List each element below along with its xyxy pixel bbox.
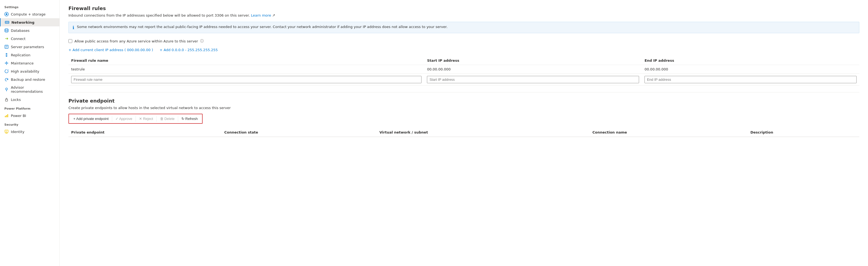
sidebar-label-networking: Networking [11,20,34,25]
sidebar-label-locks: Locks [11,98,21,102]
learn-more-link[interactable]: Learn more [251,13,271,18]
info-icon: ℹ [72,25,74,30]
sidebar-label-compute-storage: Compute + storage [11,12,45,16]
sidebar-label-databases: Databases [11,29,30,33]
sidebar-label-power-bi: Power BI [11,114,26,118]
locks-icon [4,97,9,102]
maintenance-icon [4,61,9,65]
allow-public-access-checkbox[interactable] [68,39,72,43]
help-icon[interactable]: ⓘ [200,38,204,44]
col-header-virtual-network: Virtual network / subnet [377,128,590,137]
end-ip-cell: 00.00.00.000 [642,65,859,74]
private-endpoint-description: Create private endpoints to allow hosts … [68,106,859,110]
svg-point-12 [6,88,8,90]
col-header-connection-state: Connection state [222,128,377,137]
identity-icon [4,130,9,134]
sidebar-item-connect[interactable]: Connect [0,34,60,43]
backup-icon [4,77,9,82]
svg-rect-14 [5,116,6,117]
sidebar-label-advisor-recommendations: Advisor recommendations [11,85,55,94]
new-firewall-row [68,74,859,86]
add-links-row: + Add current client IP address ( 000.00… [68,48,859,52]
compute-icon [4,12,9,16]
firewall-rules-section: Firewall rules Inbound connections from … [68,5,859,86]
sidebar-item-databases[interactable]: Databases [0,26,60,34]
new-start-ip-input[interactable] [427,76,639,83]
high-availability-icon [4,69,9,74]
databases-icon [4,28,9,33]
sidebar-item-identity[interactable]: Identity [0,128,60,136]
sidebar-section-header-settings: Settings [0,2,60,10]
advisor-icon [4,87,9,92]
connect-icon [4,36,9,41]
table-row: testrule 00.00.00.000 00.00.00.000 [68,65,859,74]
sidebar-section-header-power-platform: Power Platform [0,104,60,111]
sidebar-item-high-availability[interactable]: High availability [0,67,60,75]
new-rule-name-input[interactable] [71,76,422,83]
approve-button[interactable]: ✓ Approve [113,115,135,122]
add-client-ip-link[interactable]: + Add current client IP address ( 000.00… [68,48,153,52]
sidebar-item-compute-storage[interactable]: Compute + storage [0,10,60,18]
networking-icon [5,20,9,25]
svg-point-11 [6,62,7,64]
firewall-table: Firewall rule name Start IP address End … [68,56,859,86]
sidebar-item-maintenance[interactable]: Maintenance [0,59,60,67]
add-private-endpoint-button[interactable]: + Add private endpoint [71,115,111,122]
private-endpoint-section: Private endpoint Create private endpoint… [68,98,859,137]
firewall-rules-description: Inbound connections from the IP addresse… [68,13,859,18]
col-header-start-ip: Start IP address [424,56,642,65]
sidebar-label-server-parameters: Server parameters [11,45,44,49]
section-divider [68,92,859,92]
refresh-button[interactable]: ↻ Refresh [179,115,200,122]
delete-button[interactable]: 🗑 Delete [157,115,177,122]
reject-button[interactable]: ✕ Reject [136,115,156,122]
sidebar-section-security: Security Identity [0,120,60,136]
col-header-end-ip: End IP address [642,56,859,65]
toolbar-separator-3 [156,116,157,122]
svg-point-6 [5,29,8,30]
sidebar-item-replication[interactable]: Replication [0,51,60,59]
add-all-link[interactable]: + Add 0.0.0.0 - 255.255.255.255 [159,48,218,52]
allow-public-access-row: Allow public access from any Azure servi… [68,38,859,44]
svg-rect-13 [5,99,8,101]
start-ip-cell: 00.00.00.000 [424,65,642,74]
sidebar-section-header-security: Security [0,120,60,128]
sidebar-label-backup-restore: Backup and restore [11,78,45,82]
sidebar-label-high-availability: High availability [11,69,39,74]
col-header-private-endpoint: Private endpoint [68,128,222,137]
svg-rect-15 [6,115,7,117]
sidebar-item-power-bi[interactable]: Power BI [0,111,60,120]
sidebar-item-networking[interactable]: Networking [0,18,60,26]
private-endpoint-title: Private endpoint [68,98,859,104]
allow-public-access-label: Allow public access from any Azure servi… [74,39,198,43]
sidebar-section-settings: Settings Compute + storage Networking Da… [0,2,60,104]
toolbar-separator-4 [178,116,178,122]
sidebar-label-connect: Connect [11,37,26,41]
info-banner-text: Some network environments may not report… [77,25,447,29]
server-parameters-icon [4,45,9,49]
sidebar-label-replication: Replication [11,53,30,57]
power-bi-icon [4,113,9,118]
replication-icon [4,53,9,57]
col-header-rule-name: Firewall rule name [68,56,424,65]
private-endpoint-toolbar: + Add private endpoint ✓ Approve ✕ Rejec… [68,114,203,124]
toolbar-separator-1 [112,116,112,122]
main-content: Firewall rules Inbound connections from … [60,0,868,266]
col-header-connection-name: Connection name [590,128,748,137]
sidebar-item-backup-restore[interactable]: Backup and restore [0,75,60,83]
info-banner: ℹ Some network environments may not repo… [68,22,859,33]
sidebar-section-power-platform: Power Platform Power BI [0,104,60,120]
private-endpoint-table: Private endpoint Connection state Virtua… [68,128,859,137]
sidebar-item-locks[interactable]: Locks [0,96,60,104]
sidebar-label-maintenance: Maintenance [11,61,34,65]
svg-point-1 [6,13,7,15]
toolbar-separator-2 [135,116,136,122]
rule-name-cell: testrule [68,65,424,74]
sidebar-item-advisor-recommendations[interactable]: Advisor recommendations [0,83,60,96]
sidebar-item-server-parameters[interactable]: Server parameters [0,43,60,51]
svg-rect-16 [7,114,8,117]
sidebar-label-identity: Identity [11,130,25,134]
firewall-rules-title: Firewall rules [68,5,859,11]
new-end-ip-input[interactable] [645,76,857,83]
sidebar: Settings Compute + storage Networking Da… [0,0,60,266]
